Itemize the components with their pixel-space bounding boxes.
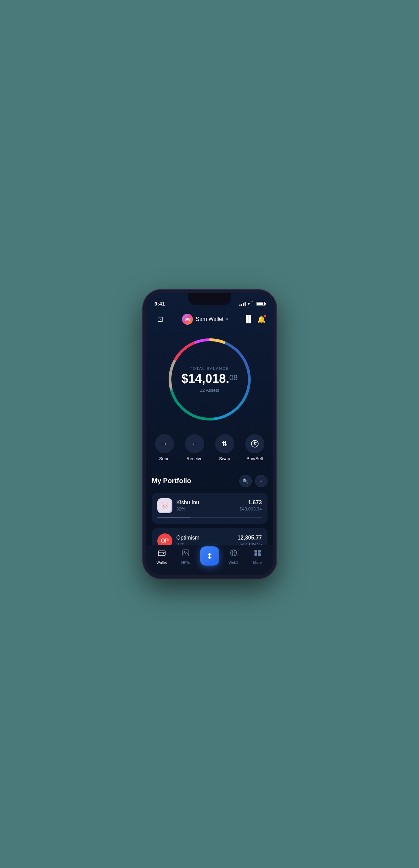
buysell-label: Buy/Sell <box>247 456 263 461</box>
buysell-icon-circle: $ <box>245 434 264 453</box>
portfolio-title: My Portfolio <box>152 477 192 485</box>
kishu-pct: 32% <box>176 506 199 511</box>
more-icon <box>253 549 262 559</box>
profile-name: Sam Wallet <box>196 316 223 322</box>
signal-icon <box>239 302 246 306</box>
receive-icon-circle: ← <box>185 434 204 453</box>
svg-rect-19 <box>258 553 261 556</box>
scan-button[interactable]: ⊡ <box>153 312 167 326</box>
svg-point-6 <box>163 505 164 506</box>
add-icon: + <box>260 478 262 484</box>
nav-web3-label: Web3 <box>228 560 238 565</box>
send-label: Send <box>159 456 169 461</box>
nav-more[interactable]: More <box>246 549 270 565</box>
optimism-amount: 12,305.77 <box>237 535 262 541</box>
profile-selector[interactable]: SW Sam Wallet ▾ <box>182 314 228 325</box>
header-right: ▐▌ 🔔 <box>244 315 266 323</box>
send-icon-circle: → <box>155 434 174 453</box>
wifi-icon: ▾⌒ <box>248 301 254 307</box>
battery-icon <box>257 302 265 306</box>
bottom-nav: Wallet NFTs <box>146 545 273 575</box>
action-buttons: → Send ← Receive ⇅ Swap $ Buy/Se <box>146 434 273 475</box>
center-action-icon <box>206 552 214 560</box>
svg-point-8 <box>164 506 166 507</box>
header: ⊡ SW Sam Wallet ▾ ▐▌ 🔔 <box>146 310 273 332</box>
balance-assets: 12 Assets <box>181 387 238 392</box>
web3-icon <box>230 549 238 559</box>
scan-icon: ⊡ <box>157 315 163 324</box>
nav-nfts[interactable]: NFTs <box>174 549 198 565</box>
nav-more-label: More <box>253 560 262 565</box>
portfolio-search-button[interactable]: 🔍 <box>239 475 252 487</box>
portfolio-header: My Portfolio 🔍 + <box>152 475 267 487</box>
asset-row-kishu: Kishu Inu 32% 1.673 $43,003.34 <box>157 498 262 513</box>
asset-card-kishu[interactable]: Kishu Inu 32% 1.673 $43,003.34 <box>152 493 267 524</box>
chart-icon[interactable]: ▐▌ <box>244 315 253 323</box>
nav-wallet[interactable]: Wallet <box>150 549 174 565</box>
svg-rect-16 <box>254 550 257 553</box>
notifications-button[interactable]: 🔔 <box>257 315 266 323</box>
wallet-icon <box>158 549 166 559</box>
swap-button[interactable]: ⇅ Swap <box>215 434 234 461</box>
svg-rect-18 <box>254 553 257 556</box>
nav-wallet-label: Wallet <box>156 560 167 565</box>
asset-left-kishu: Kishu Inu 32% <box>157 498 199 513</box>
svg-point-7 <box>166 505 167 506</box>
nav-center[interactable] <box>198 546 222 567</box>
buysell-button[interactable]: $ Buy/Sell <box>245 434 264 461</box>
search-icon: 🔍 <box>243 478 248 484</box>
kishu-progress-bar <box>157 517 262 518</box>
receive-button[interactable]: ← Receive <box>185 434 204 461</box>
portfolio-actions: 🔍 + <box>239 475 267 487</box>
balance-section: TOTAL BALANCE $14,018. 08 12 Assets <box>146 332 273 434</box>
kishu-usd: $43,003.34 <box>239 506 262 511</box>
buysell-icon: $ <box>251 440 259 448</box>
avatar: SW <box>182 314 193 325</box>
kishu-name: Kishu Inu <box>176 500 199 506</box>
kishu-progress-fill <box>157 517 191 518</box>
receive-label: Receive <box>186 456 202 461</box>
balance-main: $14,018. <box>181 372 229 385</box>
nfts-icon <box>182 549 190 559</box>
nav-web3[interactable]: Web3 <box>222 549 246 565</box>
balance-content: TOTAL BALANCE $14,018. 08 12 Assets <box>181 366 238 392</box>
kishu-amount: 1.673 <box>239 500 262 506</box>
chevron-down-icon: ▾ <box>226 317 228 322</box>
svg-rect-11 <box>158 551 165 556</box>
swap-label: Swap <box>219 456 230 461</box>
kishu-logo <box>159 500 171 512</box>
balance-cents: 08 <box>229 374 237 381</box>
swap-icon-circle: ⇅ <box>215 434 234 453</box>
balance-ring: TOTAL BALANCE $14,018. 08 12 Assets <box>165 335 254 424</box>
notification-badge <box>263 314 266 318</box>
balance-label: TOTAL BALANCE <box>181 366 238 370</box>
status-icons: ▾⌒ <box>239 301 265 307</box>
center-action-button[interactable] <box>200 546 219 566</box>
status-time: 9:41 <box>155 301 165 307</box>
send-button[interactable]: → Send <box>155 434 174 461</box>
portfolio-add-button[interactable]: + <box>255 475 267 487</box>
svg-rect-17 <box>258 550 261 553</box>
optimism-name: Optimism <box>176 535 200 541</box>
kishu-icon <box>157 498 172 513</box>
svg-point-13 <box>184 551 185 552</box>
nav-nfts-label: NFTs <box>181 560 190 565</box>
asset-right-kishu: 1.673 $43,003.34 <box>239 500 262 511</box>
balance-amount: $14,018. 08 <box>181 372 238 385</box>
